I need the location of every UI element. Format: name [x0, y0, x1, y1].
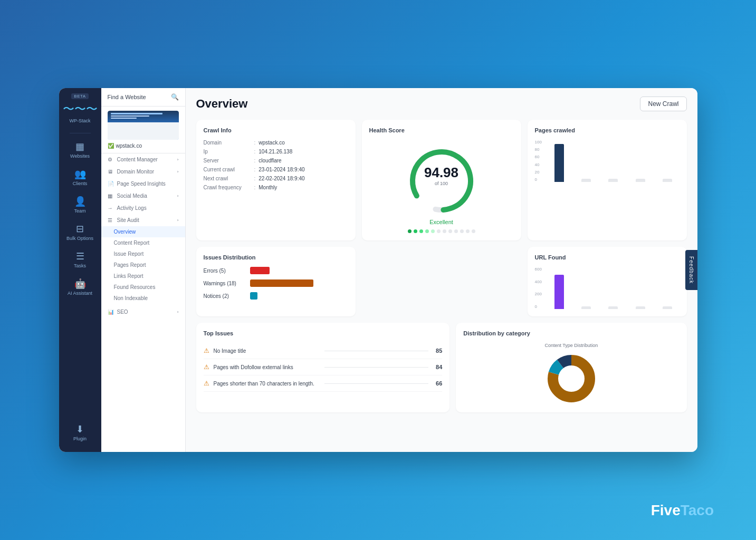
search-icon[interactable]: 🔍: [171, 93, 179, 101]
issue-text-2: Pages with Dofollow external links: [214, 364, 318, 370]
url-bars: [547, 267, 680, 309]
content-manager-icon: ⚙: [108, 157, 114, 162]
submenu-pages-report[interactable]: Pages Report: [101, 259, 185, 271]
dot-6: [437, 229, 441, 233]
url-bar-3: [608, 306, 618, 309]
sidebar-item-websites[interactable]: ▦ Websites: [59, 137, 101, 163]
issues-distribution-card: Issues Distribution Errors (5) Warnings …: [196, 247, 356, 316]
content-manager-label: Content Manager: [117, 157, 158, 162]
nav-page-speed-insights[interactable]: 📄 Page Speed Insights: [101, 178, 185, 190]
bar-3: [608, 179, 618, 182]
bar-1: [554, 144, 564, 182]
sidebar-item-bulk-options[interactable]: ⊟ Bulk Options: [59, 219, 101, 245]
submenu-issue-report[interactable]: Issue Report: [101, 248, 185, 259]
donut-chart: [545, 352, 598, 405]
crawl-info-title: Crawl Info: [204, 127, 348, 133]
tasks-label: Tasks: [74, 263, 86, 268]
gauge-container: 94.98 of 100: [405, 144, 479, 213]
issue-score-1: 85: [436, 348, 442, 354]
gauge-value: 94.98 of 100: [424, 164, 458, 186]
crawl-ip-row: Ip : 104.21.26.138: [204, 149, 348, 155]
notices-row: Notices (2): [204, 292, 348, 300]
crawl-ip-value: 104.21.26.138: [259, 149, 292, 155]
sidebar-item-plugin[interactable]: ⬇ Plugin: [59, 419, 101, 446]
nav-content-manager[interactable]: ⚙ Content Manager ›: [101, 153, 185, 166]
warning-icon-3: ⚠: [204, 380, 209, 387]
page-title: Overview: [196, 97, 248, 111]
sidebar-item-tasks[interactable]: ☰ Tasks: [59, 246, 101, 273]
nav-domain-monitor[interactable]: 🖥 Domain Monitor ›: [101, 166, 185, 178]
sidebar-item-team[interactable]: 👤 Team: [59, 191, 101, 218]
nav-seo[interactable]: 📊 SEO ›: [101, 306, 185, 318]
page-speed-label: Page Speed Insights: [117, 181, 166, 187]
site-audit-label: Site Audit: [117, 217, 139, 223]
nav-activity-logs[interactable]: → Activity Logs: [101, 202, 185, 214]
warning-icon-1: ⚠: [204, 347, 209, 354]
gauge-label: Excellent: [429, 219, 453, 225]
dot-1: [408, 229, 412, 233]
gauge-of: of 100: [424, 180, 458, 186]
sidebar-item-clients[interactable]: 👥 Clients: [59, 164, 101, 190]
activity-logs-label: Activity Logs: [117, 205, 147, 211]
site-audit-icon: ☰: [108, 217, 114, 223]
issues-distribution-title: Issues Distribution: [204, 254, 348, 261]
crawl-info-card: Crawl Info Domain : wpstack.co Ip : 104.…: [196, 120, 356, 240]
errors-bar: [250, 267, 348, 274]
bar-group-4: [628, 179, 652, 182]
ai-label: AI Assistant: [68, 291, 92, 296]
bar-group-1: [547, 144, 571, 182]
seo-label: SEO: [117, 309, 128, 315]
nav-social-media[interactable]: ▦ Social Media ›: [101, 190, 185, 202]
pages-crawled-bars: [547, 140, 680, 182]
sidebar-item-ai-assistant[interactable]: 🤖 AI Assistant: [59, 274, 101, 300]
clients-label: Clients: [73, 181, 88, 186]
crawl-current-label: Current crawl: [204, 167, 251, 172]
chevron-right-icon2: ›: [177, 169, 179, 174]
social-media-icon: ▦: [108, 193, 114, 199]
warning-icon-2: ⚠: [204, 363, 209, 371]
url-bar-group-5: [655, 306, 679, 309]
crawl-next-label: Next crawl: [204, 176, 251, 181]
top-issues-title: Top Issues: [204, 330, 443, 336]
submenu-non-indexable[interactable]: Non Indexable: [101, 293, 185, 304]
bar-group-5: [655, 179, 679, 182]
issue-item-1: ⚠ No Image title 85: [204, 343, 443, 359]
domain-monitor-label: Domain Monitor: [117, 169, 155, 175]
feedback-tab[interactable]: Feedback: [685, 250, 697, 290]
dot-8: [448, 229, 452, 233]
submenu-content-report[interactable]: Content Report: [101, 237, 185, 248]
submenu-links-report[interactable]: Links Report: [101, 271, 185, 282]
warnings-row: Warnings (18): [204, 279, 348, 287]
crawl-current-row: Current crawl : 23-01-2024 18:9:40: [204, 167, 348, 172]
issue-item-2: ⚠ Pages with Dofollow external links 84: [204, 359, 443, 375]
errors-label: Errors (5): [204, 268, 246, 274]
issue-text-1: No Image title: [214, 348, 318, 354]
notices-label: Notices (2): [204, 293, 246, 299]
secondary-sidebar: Find a Website 🔍 ✅ wpstack.co: [101, 88, 186, 452]
submenu-overview[interactable]: Overview: [101, 226, 185, 237]
issue-text-3: Pages shorter than 70 characters in leng…: [214, 381, 318, 387]
website-thumbnail: [108, 111, 179, 140]
bottom-cards-grid: Top Issues ⚠ No Image title 85 ⚠ Pages w…: [196, 323, 687, 412]
activity-logs-icon: →: [108, 205, 114, 211]
new-crawl-button[interactable]: New Crawl: [640, 97, 686, 111]
donut-container: [463, 352, 679, 405]
page-header: Overview New Crawl: [196, 97, 687, 111]
bar-group-2: [574, 179, 598, 182]
issue-line-1: [324, 351, 428, 351]
dot-10: [460, 229, 464, 233]
plugin-label: Plugin: [73, 436, 87, 441]
top-cards-grid: Crawl Info Domain : wpstack.co Ip : 104.…: [196, 120, 687, 240]
issue-line-2: [324, 367, 428, 368]
clients-icon: 👥: [74, 168, 86, 180]
submenu-found-resources[interactable]: Found Resources: [101, 282, 185, 293]
bulk-options-icon: ⊟: [76, 223, 84, 235]
crawl-frequency-value: Monthly: [259, 185, 277, 190]
distribution-title: Distribution by category: [463, 330, 679, 336]
nav-site-audit[interactable]: ☰ Site Audit ›: [101, 214, 185, 226]
url-bar-4: [636, 306, 645, 309]
pages-crawled-card: Pages crawled 100 80 60 40 20 0: [528, 120, 687, 240]
url-found-title: URL Found: [535, 254, 680, 261]
crawl-server-value: cloudflare: [259, 158, 281, 163]
issue-score-3: 66: [436, 380, 442, 387]
